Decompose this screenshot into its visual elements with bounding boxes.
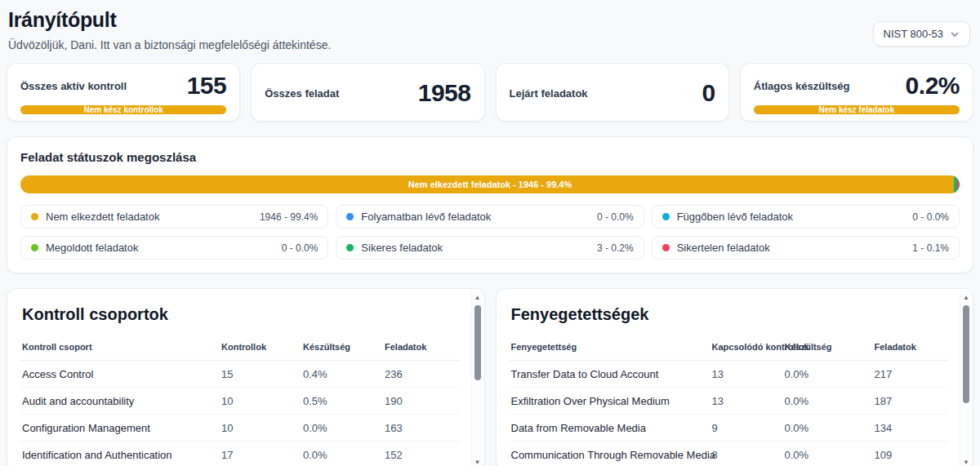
column-header: Feladatok <box>385 342 458 352</box>
cell-controls: 10 <box>221 395 303 407</box>
chevron-down-icon <box>950 29 960 39</box>
section-title: Feladat státuszok megoszlása <box>20 150 960 164</box>
legend-dot <box>31 244 38 251</box>
legend-dot <box>346 244 354 251</box>
page-subtitle: Üdvözöljük, Dani. Itt van a biztonsági m… <box>8 38 331 51</box>
scroll-down-arrow-icon[interactable]: ▼ <box>472 456 483 466</box>
scrollbar-thumb[interactable] <box>963 305 969 403</box>
legend-value: 1946 - 99.4% <box>260 211 318 223</box>
cell-controls: 8 <box>712 449 785 461</box>
legend-dot <box>31 213 38 220</box>
cell-name: Data from Removable Media <box>511 422 712 434</box>
column-header: Készültség <box>785 342 875 352</box>
stat-label: Lejárt feladatok <box>510 87 588 100</box>
cell-readiness: 0.0% <box>785 449 875 461</box>
table-row[interactable]: Identification and Authentication 17 0.0… <box>20 442 460 466</box>
legend-label: Folyamatban lévő feladatok <box>361 211 590 223</box>
table-header: Fenyegetettség Kapcsolódó kontrollok Kés… <box>510 339 949 361</box>
legend-label: Megoldott feladatok <box>46 242 274 254</box>
legend-item-not-started: Nem elkezdett feladatok 1946 - 99.4% <box>20 205 328 229</box>
column-header: Feladatok <box>875 342 947 352</box>
legend-dot <box>662 213 670 220</box>
status-badge: Nem kész feladatok <box>754 105 960 114</box>
stat-value: 0.2% <box>906 72 960 100</box>
panel-title: Fenyegetettségek <box>511 305 949 324</box>
status-badge: Nem kész kontrollok <box>20 105 226 114</box>
cell-name: Exfiltration Over Physical Medium <box>511 395 712 407</box>
column-header: Készültség <box>303 342 385 352</box>
legend-dot <box>346 213 354 220</box>
threats-panel: Fenyegetettségek Fenyegetettség Kapcsoló… <box>496 288 974 466</box>
status-progress-bar: Nem elkezdett feladatok - 1946 - 99.4% <box>20 175 960 193</box>
status-legend: Nem elkezdett feladatok 1946 - 99.4% Fol… <box>20 205 960 260</box>
stat-card-overdue-tasks: Lejárt feladatok 0 <box>496 63 729 122</box>
legend-value: 3 - 0.2% <box>597 242 634 254</box>
cell-readiness: 0.0% <box>303 422 385 434</box>
table-row[interactable]: Configuration Management 10 0.0% 163 <box>20 415 460 442</box>
scroll-up-arrow-icon[interactable]: ▲ <box>960 291 972 303</box>
cell-readiness: 0.0% <box>785 422 875 434</box>
scrollbar-thumb[interactable] <box>474 305 481 380</box>
column-header: Kontrollok <box>221 342 303 352</box>
scrollbar[interactable]: ▲ ▼ <box>960 291 971 466</box>
cell-controls: 13 <box>712 395 785 407</box>
cell-name: Identification and Authentication <box>22 449 221 461</box>
legend-item-resolved: Megoldott feladatok 0 - 0.0% <box>20 236 328 260</box>
cell-tasks: 217 <box>875 368 947 380</box>
cell-tasks: 152 <box>385 449 458 461</box>
table-row[interactable]: Transfer Data to Cloud Account 13 0.0% 2… <box>510 361 949 388</box>
cell-controls: 17 <box>221 449 303 461</box>
scroll-down-arrow-icon[interactable]: ▼ <box>960 456 972 466</box>
stat-card-total-tasks: Összes feladat 1958 <box>251 63 484 122</box>
table-row[interactable]: Access Control 15 0.4% 236 <box>20 361 460 388</box>
cell-name: Configuration Management <box>22 422 221 434</box>
legend-value: 0 - 0.0% <box>597 211 634 223</box>
scrollbar[interactable]: ▲ ▼ <box>471 291 483 466</box>
stat-card-active-controls: Összes aktív kontroll 155 Nem kész kontr… <box>7 63 240 122</box>
cell-tasks: 187 <box>875 395 947 407</box>
table-row[interactable]: Audit and accountability 10 0.5% 190 <box>20 388 460 415</box>
column-header: Kontroll csoport <box>22 342 221 352</box>
cell-readiness: 0.4% <box>303 368 385 380</box>
bottom-panels: Kontroll csoportok Kontroll csoport Kont… <box>7 288 973 466</box>
legend-item-pending: Függőben lévő feladatok 0 - 0.0% <box>652 205 960 229</box>
cell-name: Communication Through Removable Media <box>511 449 712 461</box>
legend-value: 1 - 0.1% <box>912 242 949 254</box>
header-text: Irányítópult Üdvözöljük, Dani. Itt van a… <box>8 8 331 51</box>
cell-tasks: 190 <box>385 395 458 407</box>
table-row[interactable]: Data from Removable Media 9 0.0% 134 <box>510 415 949 442</box>
cell-controls: 9 <box>712 422 785 434</box>
stat-value: 0 <box>702 79 715 107</box>
scroll-up-arrow-icon[interactable]: ▲ <box>472 291 483 303</box>
cell-controls: 13 <box>712 368 785 380</box>
legend-item-in-progress: Folyamatban lévő feladatok 0 - 0.0% <box>336 205 644 229</box>
task-status-distribution-card: Feladat státuszok megoszlása Nem elkezde… <box>7 136 973 273</box>
table-header: Kontroll csoport Kontrollok Készültség F… <box>20 339 460 361</box>
cell-tasks: 236 <box>385 368 458 380</box>
cell-readiness: 0.5% <box>303 395 385 407</box>
page-header: Irányítópult Üdvözöljük, Dani. Itt van a… <box>7 8 973 51</box>
stat-card-avg-readiness: Átlagos készültség 0.2% Nem kész feladat… <box>740 63 973 122</box>
cell-name: Transfer Data to Cloud Account <box>511 368 712 380</box>
cell-name: Access Control <box>22 368 221 380</box>
cell-readiness: 0.0% <box>785 368 875 380</box>
framework-selector[interactable]: NIST 800-53 <box>873 21 970 47</box>
legend-value: 0 - 0.0% <box>282 242 318 254</box>
stat-cards-row: Összes aktív kontroll 155 Nem kész kontr… <box>7 63 973 122</box>
cell-controls: 15 <box>221 368 303 380</box>
table-row[interactable]: Communication Through Removable Media 8 … <box>510 442 949 466</box>
cell-tasks: 134 <box>875 422 947 434</box>
table-row[interactable]: Exfiltration Over Physical Medium 13 0.0… <box>510 388 949 415</box>
stat-value: 155 <box>187 72 227 100</box>
cell-readiness: 0.0% <box>303 449 385 461</box>
panel-title: Kontroll csoportok <box>22 305 460 324</box>
cell-readiness: 0.0% <box>785 395 875 407</box>
cell-name: Audit and accountability <box>22 395 221 407</box>
stat-label: Összes feladat <box>265 87 339 100</box>
stat-label: Összes aktív kontroll <box>20 80 127 92</box>
stat-label: Átlagos készültség <box>754 80 850 92</box>
legend-label: Nem elkezdett feladatok <box>46 211 252 223</box>
page-title: Irányítópult <box>8 8 331 32</box>
dashboard-page: Irányítópult Üdvözöljük, Dani. Itt van a… <box>0 0 980 466</box>
legend-item-failed: Sikertelen feladatok 1 - 0.1% <box>652 236 960 260</box>
